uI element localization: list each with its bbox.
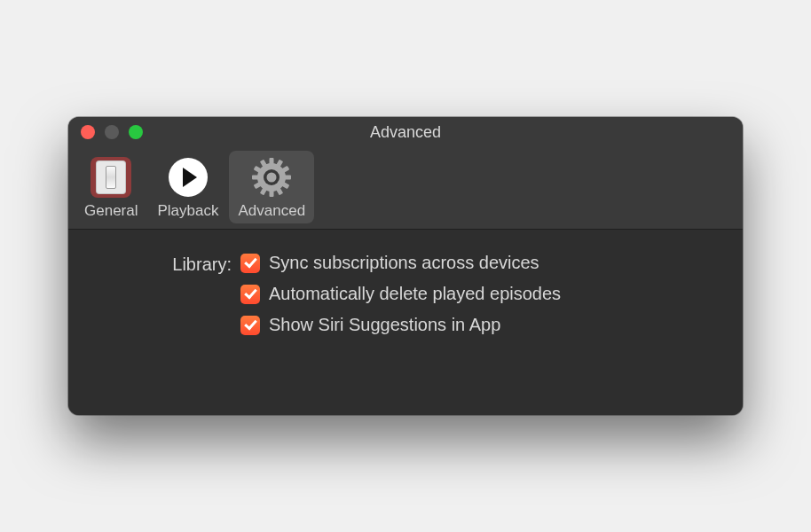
checkbox-siri-suggestions[interactable] xyxy=(240,316,260,335)
close-button[interactable] xyxy=(81,125,95,139)
checkbox-auto-delete[interactable] xyxy=(240,285,260,304)
general-icon xyxy=(90,156,132,199)
playback-icon xyxy=(167,156,209,199)
option-sync-subscriptions-label: Sync subscriptions across devices xyxy=(269,253,539,273)
option-auto-delete-label: Automatically delete played episodes xyxy=(269,284,561,304)
preferences-window: Advanced General Playback xyxy=(68,117,743,415)
tab-playback[interactable]: Playback xyxy=(148,151,227,223)
tab-advanced[interactable]: Advanced xyxy=(229,151,314,223)
option-auto-delete[interactable]: Automatically delete played episodes xyxy=(240,284,561,304)
content-pane: Library: Sync subscriptions across devic… xyxy=(68,230,743,415)
window-controls xyxy=(81,125,143,139)
minimize-button[interactable] xyxy=(105,125,119,139)
titlebar: Advanced xyxy=(68,117,743,147)
option-siri-suggestions-label: Show Siri Suggestions in App xyxy=(269,315,500,335)
option-sync-subscriptions[interactable]: Sync subscriptions across devices xyxy=(240,253,561,273)
gear-icon xyxy=(250,156,293,199)
library-section-label: Library: xyxy=(90,253,240,275)
checkbox-sync-subscriptions[interactable] xyxy=(240,254,260,273)
library-options: Sync subscriptions across devices Automa… xyxy=(240,253,561,335)
tab-general[interactable]: General xyxy=(75,151,146,223)
zoom-button[interactable] xyxy=(129,125,143,139)
tab-advanced-label: Advanced xyxy=(238,202,305,220)
preferences-toolbar: General Playback xyxy=(68,147,743,230)
tab-general-label: General xyxy=(84,202,138,220)
option-siri-suggestions[interactable]: Show Siri Suggestions in App xyxy=(240,315,561,335)
svg-point-14 xyxy=(267,173,277,183)
tab-playback-label: Playback xyxy=(157,202,218,220)
window-title: Advanced xyxy=(370,123,441,142)
